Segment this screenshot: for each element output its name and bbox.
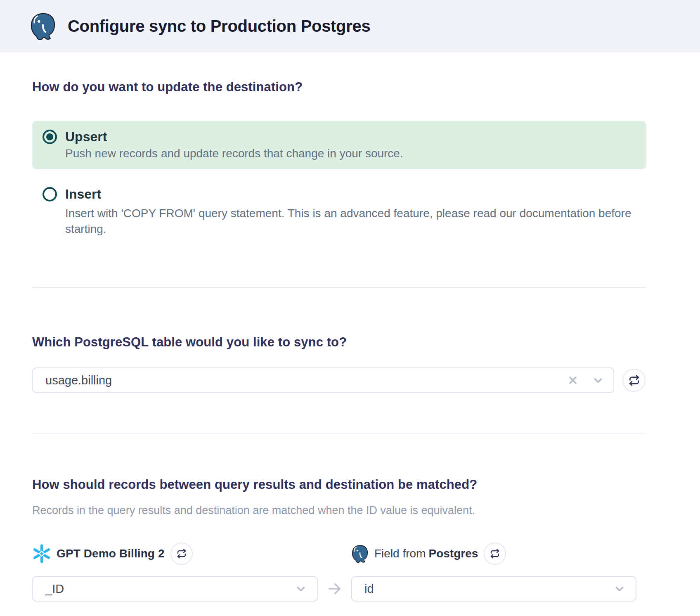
source-field-value: _ID [45, 582, 295, 596]
refresh-destination-fields-button[interactable] [484, 543, 506, 565]
destination-field-select[interactable]: id [351, 576, 636, 602]
refresh-source-fields-button[interactable] [170, 543, 193, 565]
table-select-heading: Which PostgreSQL table would you like to… [32, 334, 646, 351]
postgres-icon [351, 545, 369, 563]
section-divider [32, 287, 646, 288]
postgres-logo-icon [30, 12, 56, 40]
matching-heading: How should records between query results… [32, 476, 646, 493]
section-divider [32, 433, 646, 434]
destination-field-label: Field from [374, 547, 426, 560]
update-mode-heading: How do you want to update the destinatio… [32, 79, 646, 95]
matching-subtitle: Records in the query results and destina… [32, 502, 646, 519]
chevron-down-icon [613, 583, 626, 595]
upsert-option-text: Upsert Push new records and update recor… [65, 128, 634, 161]
clear-selection-icon[interactable] [567, 374, 579, 386]
source-model-name: GPT Demo Billing 2 [57, 547, 165, 560]
chevron-down-icon[interactable] [592, 374, 604, 386]
chevron-down-icon [295, 583, 307, 595]
source-column-header: GPT Demo Billing 2 [32, 543, 318, 565]
arrow-right-icon [326, 580, 343, 597]
insert-option[interactable]: Insert Insert with 'COPY FROM' query sta… [32, 186, 646, 237]
upsert-label: Upsert [65, 128, 634, 145]
refresh-tables-button[interactable] [622, 369, 646, 392]
sync-config-form: How do you want to update the destinatio… [0, 79, 700, 602]
destination-column-header: Field from Postgres [351, 543, 636, 565]
table-select[interactable]: usage.billing [32, 367, 614, 393]
repeat-icon [629, 375, 640, 386]
upsert-option[interactable]: Upsert Push new records and update recor… [32, 121, 646, 169]
repeat-icon [490, 549, 500, 559]
repeat-icon [177, 549, 187, 559]
destination-system-name: Postgres [428, 547, 478, 560]
upsert-description: Push new records and update records that… [65, 146, 634, 161]
upsert-radio[interactable] [43, 130, 57, 144]
header: Configure sync to Production Postgres [0, 0, 700, 52]
insert-option-text: Insert Insert with 'COPY FROM' query sta… [65, 186, 646, 237]
snowflake-icon [32, 544, 51, 563]
table-select-value: usage.billing [45, 374, 567, 387]
source-field-select[interactable]: _ID [32, 576, 318, 602]
insert-radio[interactable] [43, 187, 57, 201]
page-title: Configure sync to Production Postgres [68, 17, 370, 36]
destination-field-value: id [364, 582, 613, 596]
insert-label: Insert [65, 186, 646, 202]
insert-description: Insert with 'COPY FROM' query statement.… [65, 206, 643, 237]
